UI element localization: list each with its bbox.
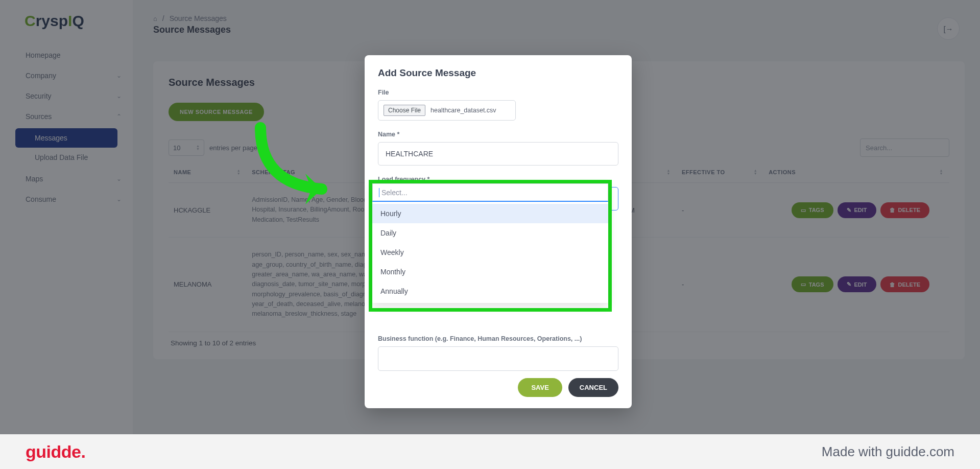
business-function-input[interactable] xyxy=(378,346,618,371)
dropdown-option-monthly[interactable]: Monthly xyxy=(372,262,608,282)
name-input[interactable] xyxy=(378,142,618,166)
cancel-button[interactable]: CANCEL xyxy=(568,378,618,397)
load-frequency-dropdown: Select... Hourly Daily Weekly Monthly An… xyxy=(372,183,608,303)
modal-title: Add Source Message xyxy=(378,67,618,79)
choose-file-button[interactable]: Choose File xyxy=(384,105,425,116)
load-frequency-label: Load frequency * xyxy=(378,176,618,183)
name-label: Name * xyxy=(378,131,618,138)
dropdown-option-annually[interactable]: Annually xyxy=(372,282,608,301)
dropdown-search-placeholder: Select... xyxy=(381,189,408,197)
file-input-row: Choose File healthcare_dataset.csv xyxy=(378,100,516,121)
save-button[interactable]: SAVE xyxy=(518,378,562,397)
footer-bar: guidde. Made with guidde.com xyxy=(0,434,980,469)
made-with-text: Made with guidde.com xyxy=(822,444,954,460)
business-function-label: Business function (e.g. Finance, Human R… xyxy=(378,335,618,342)
dropdown-option-weekly[interactable]: Weekly xyxy=(372,243,608,262)
dropdown-option-daily[interactable]: Daily xyxy=(372,223,608,243)
dropdown-search-input[interactable]: Select... xyxy=(372,183,608,202)
dropdown-option-hourly[interactable]: Hourly xyxy=(372,204,608,223)
file-label: File xyxy=(378,89,618,96)
guidde-logo: guidde. xyxy=(26,442,85,462)
chosen-file-name: healthcare_dataset.csv xyxy=(431,107,496,114)
